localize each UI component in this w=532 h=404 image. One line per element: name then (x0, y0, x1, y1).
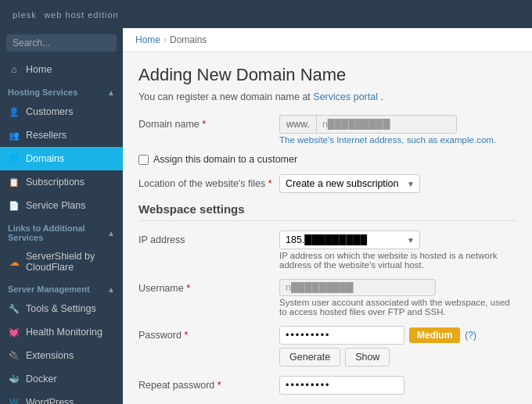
sidebar-item-label: WordPress (26, 397, 74, 404)
layout: Home Hosting Services ▲ Customers Resell… (0, 28, 532, 404)
home-icon (8, 63, 20, 76)
sidebar-item-subscriptions[interactable]: Subscriptions (0, 170, 123, 194)
main-content: Home › Domains Adding New Domain Name Yo… (123, 28, 532, 404)
users-icon (8, 129, 20, 141)
username-input[interactable] (279, 279, 436, 296)
content-area: Adding New Domain Name You can register … (123, 52, 532, 404)
page-title: Adding New Domain Name (138, 65, 516, 85)
label-text: Repeat password (138, 380, 214, 391)
sidebar-item-tools[interactable]: Tools & Settings (0, 297, 123, 320)
ip-hint: IP address on which the website is hoste… (279, 251, 516, 270)
services-portal-link[interactable]: Services portal (313, 91, 378, 102)
domain-name-label: Domain name * (138, 115, 279, 130)
location-row: Location of the website's files * Create… (138, 174, 516, 193)
docker-icon (8, 373, 20, 385)
repeat-password-row: Repeat password * (138, 376, 516, 395)
sidebar-item-label: Extensions (26, 350, 74, 361)
username-control: System user account associated with the … (279, 279, 516, 316)
sidebar-item-label: Tools & Settings (26, 303, 96, 314)
location-control: Create a new subscription (279, 174, 516, 193)
assign-checkbox[interactable] (138, 155, 149, 165)
subtitle-post: . (380, 91, 383, 102)
ip-control: 185.█████████ IP address on which the we… (279, 231, 516, 270)
username-hint: System user account associated with the … (279, 298, 516, 316)
sidebar-item-resellers[interactable]: Resellers (0, 123, 123, 147)
sidebar-item-label: Customers (26, 106, 73, 117)
sidebar-section-server[interactable]: Server Management ▲ (0, 278, 123, 297)
edition-text: web host edition (44, 10, 119, 20)
sidebar-item-label: Docker (26, 374, 57, 384)
cloudflare-icon (8, 256, 20, 268)
label-text: Username (138, 283, 184, 294)
password-help-link[interactable]: (?) (465, 330, 476, 341)
password-control: Medium (?) Generate Show (279, 326, 516, 366)
section-label: Hosting Services (8, 88, 77, 97)
ip-address-row: IP address 185.█████████ IP address on w… (138, 231, 516, 270)
password-strength-badge: Medium (409, 327, 460, 343)
logo: plesk web host edition (9, 7, 119, 21)
breadcrumb-current: Domains (170, 34, 207, 45)
tools-icon (8, 302, 20, 315)
sidebar-section-links[interactable]: Links to Additional Services ▲ (0, 217, 123, 245)
user-icon (8, 105, 20, 118)
domain-name-controls: www. The website's Internet address, suc… (279, 115, 516, 145)
wordpress-icon (8, 396, 20, 404)
sidebar-item-label: Service Plans (26, 200, 85, 211)
password-input[interactable] (279, 326, 404, 345)
domain-input-row: www. (279, 115, 516, 134)
sidebar-item-home[interactable]: Home (0, 58, 123, 81)
sidebar-item-label: Resellers (26, 130, 66, 141)
sidebar-item-health[interactable]: Health Monitoring (0, 320, 123, 344)
sidebar-item-label: ServerShield by CloudFlare (26, 251, 115, 273)
subscriptions-icon (8, 176, 20, 188)
breadcrumb: Home › Domains (123, 28, 532, 52)
sidebar-item-service-plans[interactable]: Service Plans (0, 194, 123, 217)
domain-name-row: Domain name * www. The website's Interne… (138, 115, 516, 145)
sidebar-item-label: Subscriptions (26, 177, 84, 188)
sidebar-item-servershield[interactable]: ServerShield by CloudFlare (0, 245, 123, 278)
assign-checkbox-row: Assign this domain to a customer (138, 154, 516, 165)
search-input[interactable] (6, 34, 117, 52)
subtitle-pre: You can register a new domain name at (138, 91, 313, 102)
repeat-password-label: Repeat password * (138, 376, 279, 391)
label-text: Location of the website's files (138, 178, 265, 189)
sidebar-item-customers[interactable]: Customers (0, 100, 123, 123)
password-btn-row: Generate Show (279, 348, 516, 366)
repeat-password-input[interactable] (279, 376, 404, 395)
chevron-up-icon: ▲ (107, 285, 115, 294)
sidebar-item-wordpress[interactable]: WordPress (0, 391, 123, 404)
chevron-up-icon: ▲ (107, 88, 115, 97)
domain-hint: The website's Internet address, such as … (279, 135, 516, 145)
health-icon (8, 326, 20, 338)
ip-select[interactable]: 185.█████████ (279, 231, 420, 249)
sidebar-item-label: Domains (26, 153, 64, 164)
extensions-icon (8, 349, 20, 362)
search-box[interactable] (0, 28, 123, 58)
domain-name-input[interactable] (316, 115, 457, 134)
sidebar-item-label: Home (26, 64, 52, 75)
label-text: Domain name (138, 119, 200, 130)
section-label: Server Management (8, 284, 90, 294)
password-input-row: Medium (?) (279, 326, 516, 345)
ip-select-wrap: 185.█████████ (279, 231, 420, 249)
breadcrumb-home[interactable]: Home (135, 34, 160, 45)
generate-button[interactable]: Generate (279, 348, 340, 366)
show-button[interactable]: Show (345, 348, 390, 366)
sidebar-item-docker[interactable]: Docker (0, 367, 123, 391)
location-select[interactable]: Create a new subscription (279, 174, 420, 193)
chevron-up-icon: ▲ (107, 229, 115, 238)
webspace-section-title: Webspace settings (138, 202, 516, 221)
password-label: Password * (138, 326, 279, 341)
sidebar-item-label: Health Monitoring (26, 327, 102, 338)
sidebar-item-extensions[interactable]: Extensions (0, 344, 123, 367)
sidebar-item-domains[interactable]: Domains (0, 147, 123, 170)
sidebar-section-hosting[interactable]: Hosting Services ▲ (0, 81, 123, 100)
ip-label: IP address (138, 231, 279, 245)
page-subtitle: You can register a new domain name at Se… (138, 91, 516, 102)
password-row: Password * Medium (?) Generate Show (138, 326, 516, 366)
service-plans-icon (8, 199, 20, 212)
assign-label: Assign this domain to a customer (153, 154, 297, 165)
logo-text: plesk (13, 10, 37, 20)
location-label: Location of the website's files * (138, 174, 279, 189)
sidebar: Home Hosting Services ▲ Customers Resell… (0, 28, 123, 404)
